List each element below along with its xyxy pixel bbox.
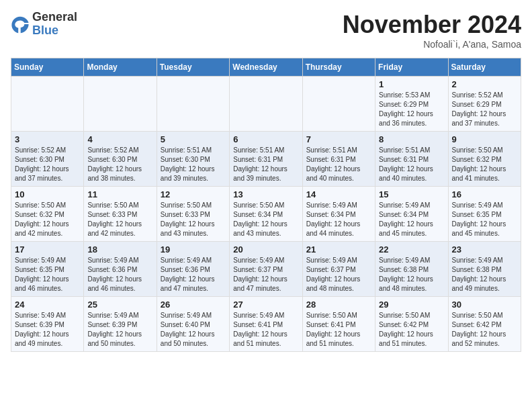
day-info: Sunrise: 5:50 AM Sunset: 6:32 PM Dayligh… xyxy=(452,146,517,183)
calendar-cell: 17Sunrise: 5:49 AM Sunset: 6:35 PM Dayli… xyxy=(11,242,84,297)
day-info: Sunrise: 5:49 AM Sunset: 6:37 PM Dayligh… xyxy=(233,256,298,293)
day-number: 14 xyxy=(306,189,371,199)
day-info: Sunrise: 5:50 AM Sunset: 6:33 PM Dayligh… xyxy=(87,201,152,238)
calendar-cell: 4Sunrise: 5:52 AM Sunset: 6:30 PM Daylig… xyxy=(84,132,157,187)
day-info: Sunrise: 5:50 AM Sunset: 6:32 PM Dayligh… xyxy=(15,201,80,238)
day-info: Sunrise: 5:49 AM Sunset: 6:41 PM Dayligh… xyxy=(233,311,298,349)
calendar-cell: 5Sunrise: 5:51 AM Sunset: 6:30 PM Daylig… xyxy=(157,132,229,187)
header-day-wednesday: Wednesday xyxy=(230,58,302,77)
day-number: 8 xyxy=(379,134,444,144)
day-number: 13 xyxy=(233,189,298,199)
calendar-cell: 20Sunrise: 5:49 AM Sunset: 6:37 PM Dayli… xyxy=(230,242,302,297)
day-number: 15 xyxy=(379,189,444,199)
day-number: 17 xyxy=(15,244,80,255)
calendar-cell: 25Sunrise: 5:49 AM Sunset: 6:39 PM Dayli… xyxy=(84,297,157,352)
day-number: 20 xyxy=(233,244,298,255)
month-title: November 2024 xyxy=(343,11,521,39)
calendar-cell: 15Sunrise: 5:49 AM Sunset: 6:34 PM Dayli… xyxy=(375,187,448,242)
calendar-cell: 24Sunrise: 5:49 AM Sunset: 6:39 PM Dayli… xyxy=(11,297,84,352)
calendar-cell: 27Sunrise: 5:49 AM Sunset: 6:41 PM Dayli… xyxy=(230,297,302,352)
day-number: 26 xyxy=(161,300,226,310)
calendar-week-1: 1Sunrise: 5:53 AM Sunset: 6:29 PM Daylig… xyxy=(11,77,521,132)
calendar-cell: 21Sunrise: 5:49 AM Sunset: 6:37 PM Dayli… xyxy=(302,242,375,297)
day-info: Sunrise: 5:49 AM Sunset: 6:38 PM Dayligh… xyxy=(379,256,444,293)
calendar-cell xyxy=(11,77,84,132)
day-number: 6 xyxy=(233,134,298,144)
header-day-friday: Friday xyxy=(375,58,448,77)
day-info: Sunrise: 5:49 AM Sunset: 6:34 PM Dayligh… xyxy=(306,201,371,238)
day-info: Sunrise: 5:49 AM Sunset: 6:35 PM Dayligh… xyxy=(15,256,80,293)
day-number: 9 xyxy=(452,134,517,144)
day-number: 2 xyxy=(452,79,517,89)
logo-text: General Blue xyxy=(32,11,77,38)
calendar-cell xyxy=(230,77,302,132)
calendar-week-4: 17Sunrise: 5:49 AM Sunset: 6:35 PM Dayli… xyxy=(11,242,521,297)
calendar-header: SundayMondayTuesdayWednesdayThursdayFrid… xyxy=(11,58,521,77)
calendar-cell: 14Sunrise: 5:49 AM Sunset: 6:34 PM Dayli… xyxy=(302,187,375,242)
day-info: Sunrise: 5:51 AM Sunset: 6:31 PM Dayligh… xyxy=(379,146,444,183)
day-info: Sunrise: 5:49 AM Sunset: 6:34 PM Dayligh… xyxy=(379,201,444,238)
header-day-saturday: Saturday xyxy=(448,58,521,77)
day-info: Sunrise: 5:50 AM Sunset: 6:34 PM Dayligh… xyxy=(233,201,298,238)
calendar-week-2: 3Sunrise: 5:52 AM Sunset: 6:30 PM Daylig… xyxy=(11,132,521,187)
calendar-cell: 6Sunrise: 5:51 AM Sunset: 6:31 PM Daylig… xyxy=(230,132,302,187)
day-info: Sunrise: 5:49 AM Sunset: 6:39 PM Dayligh… xyxy=(15,311,80,349)
day-info: Sunrise: 5:50 AM Sunset: 6:41 PM Dayligh… xyxy=(306,311,371,349)
calendar-cell: 10Sunrise: 5:50 AM Sunset: 6:32 PM Dayli… xyxy=(11,187,84,242)
calendar-cell: 29Sunrise: 5:50 AM Sunset: 6:42 PM Dayli… xyxy=(375,297,448,352)
calendar-cell: 7Sunrise: 5:51 AM Sunset: 6:31 PM Daylig… xyxy=(302,132,375,187)
logo: General Blue xyxy=(11,11,77,38)
calendar-body: 1Sunrise: 5:53 AM Sunset: 6:29 PM Daylig… xyxy=(11,77,521,352)
day-info: Sunrise: 5:49 AM Sunset: 6:36 PM Dayligh… xyxy=(161,256,226,293)
calendar-cell: 16Sunrise: 5:49 AM Sunset: 6:35 PM Dayli… xyxy=(448,187,521,242)
logo-blue: Blue xyxy=(32,24,77,38)
calendar-cell: 26Sunrise: 5:49 AM Sunset: 6:40 PM Dayli… xyxy=(157,297,229,352)
day-number: 10 xyxy=(15,189,80,199)
calendar-cell: 2Sunrise: 5:52 AM Sunset: 6:29 PM Daylig… xyxy=(448,77,521,132)
day-info: Sunrise: 5:51 AM Sunset: 6:30 PM Dayligh… xyxy=(161,146,226,183)
day-number: 23 xyxy=(452,244,517,255)
day-number: 21 xyxy=(306,244,371,255)
day-number: 12 xyxy=(161,189,226,199)
logo-general: General xyxy=(32,11,77,24)
calendar-cell xyxy=(84,77,157,132)
day-number: 4 xyxy=(87,134,152,144)
header-day-sunday: Sunday xyxy=(11,58,84,77)
calendar-cell: 11Sunrise: 5:50 AM Sunset: 6:33 PM Dayli… xyxy=(84,187,157,242)
day-number: 7 xyxy=(306,134,371,144)
day-info: Sunrise: 5:50 AM Sunset: 6:33 PM Dayligh… xyxy=(161,201,226,238)
calendar-cell xyxy=(302,77,375,132)
day-info: Sunrise: 5:49 AM Sunset: 6:38 PM Dayligh… xyxy=(452,256,517,293)
day-info: Sunrise: 5:49 AM Sunset: 6:37 PM Dayligh… xyxy=(306,256,371,293)
day-number: 29 xyxy=(379,300,444,310)
day-info: Sunrise: 5:52 AM Sunset: 6:29 PM Dayligh… xyxy=(452,91,517,128)
day-number: 24 xyxy=(15,300,80,310)
calendar-cell: 9Sunrise: 5:50 AM Sunset: 6:32 PM Daylig… xyxy=(448,132,521,187)
day-info: Sunrise: 5:51 AM Sunset: 6:31 PM Dayligh… xyxy=(306,146,371,183)
logo-icon xyxy=(11,15,30,34)
day-number: 28 xyxy=(306,300,371,310)
calendar-cell: 12Sunrise: 5:50 AM Sunset: 6:33 PM Dayli… xyxy=(157,187,229,242)
day-number: 11 xyxy=(87,189,152,199)
title-block: November 2024 Nofoali`i, A'ana, Samoa xyxy=(343,11,521,50)
calendar-cell: 1Sunrise: 5:53 AM Sunset: 6:29 PM Daylig… xyxy=(375,77,448,132)
calendar-cell: 28Sunrise: 5:50 AM Sunset: 6:41 PM Dayli… xyxy=(302,297,375,352)
day-info: Sunrise: 5:50 AM Sunset: 6:42 PM Dayligh… xyxy=(379,311,444,349)
calendar-week-5: 24Sunrise: 5:49 AM Sunset: 6:39 PM Dayli… xyxy=(11,297,521,352)
day-number: 25 xyxy=(87,300,152,310)
day-number: 27 xyxy=(233,300,298,310)
day-info: Sunrise: 5:49 AM Sunset: 6:40 PM Dayligh… xyxy=(161,311,226,349)
header-day-thursday: Thursday xyxy=(302,58,375,77)
day-number: 1 xyxy=(379,79,444,89)
day-number: 22 xyxy=(379,244,444,255)
calendar-cell xyxy=(157,77,229,132)
day-info: Sunrise: 5:51 AM Sunset: 6:31 PM Dayligh… xyxy=(233,146,298,183)
day-number: 30 xyxy=(452,300,517,310)
day-info: Sunrise: 5:49 AM Sunset: 6:39 PM Dayligh… xyxy=(87,311,152,349)
calendar-cell: 30Sunrise: 5:50 AM Sunset: 6:42 PM Dayli… xyxy=(448,297,521,352)
calendar-cell: 22Sunrise: 5:49 AM Sunset: 6:38 PM Dayli… xyxy=(375,242,448,297)
calendar-week-3: 10Sunrise: 5:50 AM Sunset: 6:32 PM Dayli… xyxy=(11,187,521,242)
day-info: Sunrise: 5:50 AM Sunset: 6:42 PM Dayligh… xyxy=(452,311,517,349)
header-row: SundayMondayTuesdayWednesdayThursdayFrid… xyxy=(11,58,521,77)
day-info: Sunrise: 5:52 AM Sunset: 6:30 PM Dayligh… xyxy=(87,146,152,183)
